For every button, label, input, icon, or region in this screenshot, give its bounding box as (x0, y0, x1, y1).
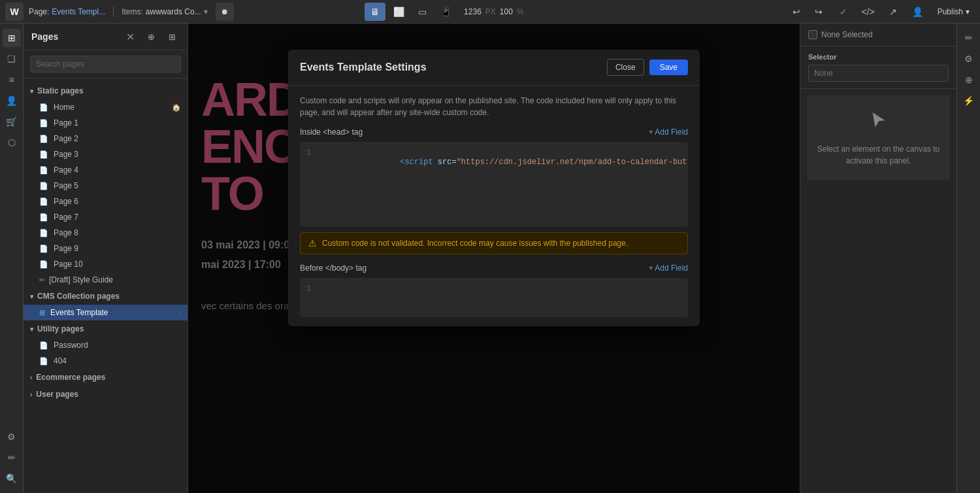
items-value[interactable]: awwwards Co... (146, 7, 201, 16)
sidebar-icon-users[interactable]: 👤 (3, 92, 21, 110)
page-expand-arrow: › (179, 309, 181, 316)
sidebar-icon-settings[interactable]: ⚙ (3, 428, 21, 446)
page-item-6[interactable]: 📄 Page 6 (24, 194, 188, 209)
static-pages-section[interactable]: ▾ Static pages (24, 82, 188, 99)
selector-input[interactable] (808, 65, 949, 82)
user-pages-section[interactable]: › User pages (24, 386, 188, 403)
warning-text: Custom code is not validated. Incorrect … (322, 239, 628, 248)
page-item-5[interactable]: 📄 Page 5 (24, 178, 188, 194)
page-name: Page 1 (54, 118, 181, 128)
body-code-line-1: 1 (306, 284, 681, 294)
modal-save-button[interactable]: Save (649, 60, 688, 75)
body-code-editor[interactable]: 1 (300, 278, 688, 317)
right-icon-lightning[interactable]: ⚡ (960, 92, 978, 110)
pages-panel-header: Pages ✕ ⊕ ⊞ (24, 24, 188, 50)
right-panel: None Selected Selector Select an element… (800, 24, 956, 493)
code-line-1: 1 <script src="https://cdn.jsdelivr.net/… (306, 148, 681, 176)
share-btn[interactable]: ↗ (883, 3, 904, 21)
page-item-3[interactable]: 📄 Page 3 (24, 146, 188, 162)
topbar: W Page: Events Templ... Items: awwwards … (0, 0, 980, 24)
main-layout: ⊞ ❏ ≡ 👤 🛒 ⬡ ⚙ ✏ 🔍 Pages ✕ ⊕ ⊞ ▾ Static p… (0, 24, 980, 493)
right-icon-rail: ✏ ⚙ ⊕ ⚡ (956, 24, 980, 493)
page-item-8[interactable]: 📄 Page 8 (24, 225, 188, 241)
sidebar-icon-cms[interactable]: ≡ (3, 71, 21, 89)
page-name: Page 2 (54, 134, 181, 143)
publish-button[interactable]: Publish ▾ (932, 5, 975, 19)
page-file-icon: 📄 (39, 135, 48, 143)
page-file-icon: 📄 (39, 213, 48, 222)
canvas-unit: PX (485, 7, 496, 16)
none-selected-checkbox (808, 30, 817, 39)
canvas-dimensions: 1236 PX 100 % (459, 7, 529, 16)
ecommerce-pages-chevron: › (30, 374, 32, 381)
page-item-home[interactable]: 📄 Home 🏠 (24, 99, 188, 115)
utility-pages-section[interactable]: ▾ Utility pages (24, 320, 188, 337)
redo-btn[interactable]: ↪ (808, 3, 829, 21)
items-dropdown-icon[interactable]: ▾ (204, 7, 208, 16)
page-item-events-template[interactable]: ⊞ Events Template › (24, 305, 188, 320)
undo-btn[interactable]: ↩ (786, 3, 807, 21)
page-item-2[interactable]: 📄 Page 2 (24, 131, 188, 146)
selector-section: Selector (800, 46, 956, 89)
page-item-1[interactable]: 📄 Page 1 (24, 115, 188, 131)
page-item-7[interactable]: 📄 Page 7 (24, 209, 188, 225)
page-item-password[interactable]: 📄 Password (24, 337, 188, 353)
body-section: Before </body> tag + Add Field 1 (300, 264, 688, 317)
sidebar-icon-extensions[interactable]: ⬡ (3, 133, 21, 152)
pages-panel: Pages ✕ ⊕ ⊞ ▾ Static pages 📄 Home 🏠 📄 Pa… (24, 24, 188, 493)
status-check-btn[interactable]: ✓ (833, 3, 854, 21)
right-icon-pen[interactable]: ✏ (960, 29, 978, 47)
sidebar-icon-search[interactable]: 🔍 (3, 469, 21, 488)
none-selected-area: None Selected (800, 24, 956, 46)
tablet-portrait-btn[interactable]: ▭ (412, 3, 433, 21)
settings-modal: Events Template Settings Close Save Cust… (288, 50, 700, 326)
body-section-label: Before </body> tag (300, 264, 367, 273)
sidebar-icon-components[interactable]: ❏ (3, 50, 21, 68)
body-add-field-btn[interactable]: + Add Field (649, 264, 688, 273)
page-item-4[interactable]: 📄 Page 4 (24, 162, 188, 178)
cms-pages-chevron: ▾ (30, 293, 33, 300)
page-item-10[interactable]: 📄 Page 10 (24, 256, 188, 272)
code-view-btn[interactable]: </> (858, 3, 879, 21)
sidebar-icon-ecommerce[interactable]: 🛒 (3, 112, 21, 131)
desktop-view-btn[interactable]: 🖥 (365, 3, 385, 21)
page-file-icon: 📄 (39, 166, 48, 175)
utility-pages-label: Utility pages (37, 324, 84, 333)
undo-redo-group: ↩ ↪ (786, 3, 829, 21)
head-code-editor[interactable]: 1 <script src="https://cdn.jsdelivr.net/… (300, 142, 688, 227)
page-file-icon: 📄 (39, 197, 48, 206)
head-section-label: Inside <head> tag (300, 128, 363, 137)
page-file-icon: 📄 (39, 229, 48, 237)
add-page-btn[interactable]: ⊕ (143, 29, 159, 44)
add-folder-btn[interactable]: ⊞ (164, 29, 180, 44)
page-file-icon: ⊞ (39, 309, 45, 317)
sidebar-icon-pages[interactable]: ⊞ (3, 29, 21, 47)
utility-pages-chevron: ▾ (30, 326, 33, 333)
pages-search-input[interactable] (30, 56, 181, 73)
pages-panel-close-btn[interactable]: ✕ (122, 29, 138, 44)
modal-title: Events Template Settings (300, 61, 607, 73)
modal-close-button[interactable]: Close (607, 59, 644, 76)
ecommerce-pages-label: Ecommerce pages (36, 373, 105, 382)
tablet-landscape-btn[interactable]: ⬜ (388, 3, 409, 21)
page-item-404[interactable]: 📄 404 (24, 353, 188, 369)
ecommerce-pages-section[interactable]: › Ecommerce pages (24, 369, 188, 386)
body-section-header: Before </body> tag + Add Field (300, 264, 688, 273)
warning-icon: ⚠ (308, 238, 317, 248)
right-icon-badge[interactable]: ⊕ (960, 71, 978, 89)
cms-pages-section[interactable]: ▾ CMS Collection pages (24, 288, 188, 305)
status-indicator[interactable]: ⏺ (216, 3, 234, 21)
profile-btn[interactable]: 👤 (907, 3, 928, 21)
mobile-view-btn[interactable]: 📱 (435, 3, 456, 21)
page-name[interactable]: Events Templ... (52, 7, 105, 16)
right-icon-settings[interactable]: ⚙ (960, 50, 978, 68)
page-name: Events Template (50, 308, 179, 317)
page-name: Page 9 (54, 244, 181, 253)
head-add-field-btn[interactable]: + Add Field (649, 128, 688, 137)
cursor-icon (868, 110, 889, 135)
page-item-draft-styleguide[interactable]: ✏ [Draft] Style Guide (24, 272, 188, 288)
page-item-9[interactable]: 📄 Page 9 (24, 241, 188, 256)
none-selected-label: None Selected (821, 30, 873, 39)
content-area: ARDS ENCE: TO 03 mai 2023 | 09:00 mai 20… (188, 24, 800, 493)
sidebar-icon-pen[interactable]: ✏ (3, 449, 21, 467)
